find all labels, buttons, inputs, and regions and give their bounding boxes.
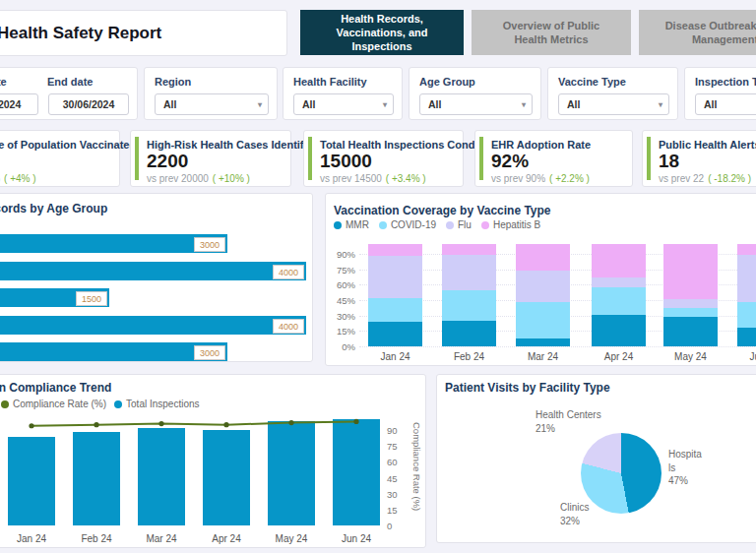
stacked-bar-segment[interactable]	[663, 308, 718, 316]
legend-dot-icon	[334, 221, 342, 229]
start-date-label: Start date	[0, 76, 7, 88]
vaccination-chart-card: Vaccination Coverage by Vaccine Type MMR…	[325, 193, 756, 366]
kpi-value: 2200	[147, 151, 188, 172]
kpi-title: High-Risk Health Cases Identified	[147, 139, 319, 151]
y-axis-tick: 90%	[326, 249, 355, 260]
kpi-card-2: High-Risk Health Cases Identified2200vs …	[130, 130, 291, 187]
kpi-prev-value: vs prev 90%	[491, 173, 545, 184]
pie-slice-pct: 32%	[560, 515, 619, 528]
legend-item[interactable]: MMR	[334, 219, 369, 230]
region-label: Region	[155, 76, 191, 88]
region-select[interactable]: All▾	[155, 93, 269, 115]
stacked-bar-segment[interactable]	[737, 302, 756, 328]
kpi-title: Public Health Alerts Issued	[659, 139, 756, 151]
kpi-card-5: Public Health Alerts Issued18vs prev 22(…	[642, 130, 756, 187]
inspections-bar[interactable]	[138, 428, 185, 525]
x-axis-label: Jun 24	[327, 533, 386, 544]
legend-item[interactable]: Hepatitis B	[481, 219, 540, 230]
stacked-bar-segment[interactable]	[737, 244, 756, 255]
pie-slice-label: Hospitals47%	[668, 448, 704, 488]
stacked-bar-segment[interactable]	[368, 298, 422, 322]
chevron-down-icon: ▾	[659, 100, 662, 109]
kpi-accent-bar	[135, 137, 139, 180]
chevron-down-icon: ▾	[383, 100, 387, 109]
legend-item[interactable]: Flu	[446, 219, 472, 230]
stacked-bar-segment[interactable]	[516, 271, 570, 302]
patient-visits-chart-title: Patient Visits by Facility Type	[445, 381, 610, 395]
age-group-select[interactable]: All▾	[419, 93, 533, 115]
stacked-bar-segment[interactable]	[442, 244, 496, 255]
age-group-bar[interactable]	[0, 262, 306, 280]
legend-dot-icon	[114, 400, 122, 408]
stacked-bar-segment[interactable]	[516, 338, 570, 346]
bar-value-label: 1500	[76, 291, 107, 306]
stacked-bar-segment[interactable]	[442, 290, 496, 321]
stacked-bar-segment[interactable]	[592, 244, 646, 277]
stacked-bar-segment[interactable]	[592, 277, 646, 287]
right-axis-title: Compliance Rate (%)	[411, 422, 422, 540]
patient-visits-chart-card: Patient Visits by Facility Type Hospital…	[436, 374, 756, 543]
stacked-bar-segment[interactable]	[368, 322, 422, 346]
tab-3[interactable]: Disease Outbreaks and Management	[639, 10, 756, 55]
inspection-type-select[interactable]: All▾	[695, 93, 756, 115]
kpi-prev-value: vs prev 20000	[147, 173, 209, 184]
vaccine-type-select[interactable]: All▾	[558, 93, 669, 115]
stacked-bar-segment[interactable]	[516, 302, 570, 338]
kpi-subline: vs prev 20000( +10% )	[147, 173, 250, 184]
stacked-bar-segment[interactable]	[592, 287, 646, 314]
compliance-legend: Compliance Rate (%)Total Inspections	[1, 399, 200, 409]
bar-value-label: 3000	[194, 345, 225, 360]
start-date-input[interactable]: 01/01/2024	[0, 93, 38, 115]
inspections-bar[interactable]	[8, 437, 55, 525]
y-axis-tick: 45%	[326, 295, 355, 306]
kpi-title: Percentage of Population Vaccinated	[0, 139, 136, 151]
x-axis-label: Feb 24	[440, 351, 499, 362]
x-axis-label: Apr 24	[197, 533, 256, 544]
inspections-bar[interactable]	[268, 421, 315, 525]
chevron-down-icon: ▾	[522, 100, 526, 109]
pie-slice-pct: 21%	[536, 422, 618, 436]
age-group-label: Age Group	[419, 76, 475, 88]
x-axis-label: May 24	[262, 533, 321, 544]
kpi-change-value: ( +4% )	[4, 173, 36, 184]
kpi-card-4: EHR Adoption Rate92%vs prev 90%( +2.2% )	[474, 130, 633, 187]
kpi-card-1: Percentage of Population Vaccinated78%vs…	[0, 130, 120, 187]
health-facility-select[interactable]: All▾	[293, 93, 394, 115]
stacked-bar-segment[interactable]	[592, 315, 646, 346]
x-axis-label: Mar 24	[132, 533, 191, 544]
kpi-accent-bar	[479, 137, 483, 180]
end-date-label: End date	[47, 76, 93, 88]
x-axis-label: Jun 24	[735, 351, 756, 362]
stacked-bar-segment[interactable]	[663, 317, 718, 346]
kpi-card-3: Total Health Inspections Conducted15000v…	[303, 130, 464, 187]
dashboard: Health Safety Report Health Records, Vac…	[0, 0, 756, 553]
legend-item[interactable]: COVID-19	[379, 219, 436, 230]
stacked-bar-segment[interactable]	[368, 244, 422, 257]
stacked-bar-segment[interactable]	[368, 256, 422, 298]
stacked-bar-segment[interactable]	[737, 328, 756, 346]
stacked-bar-segment[interactable]	[663, 299, 718, 308]
stacked-bar-segment[interactable]	[442, 321, 496, 346]
bar-value-label: 3000	[194, 237, 225, 252]
age-group-bar[interactable]	[0, 316, 306, 335]
end-date-input[interactable]: 30/06/2024	[48, 93, 129, 115]
inspections-bar[interactable]	[73, 432, 120, 525]
tab-2[interactable]: Overview of Public Health Metrics	[472, 10, 631, 55]
legend-item[interactable]: Total Inspections	[114, 399, 200, 409]
x-axis-label: Jan 24	[366, 351, 425, 362]
inspections-bar[interactable]	[333, 419, 380, 525]
stacked-bar-segment[interactable]	[442, 255, 496, 290]
compliance-chart-card: Inspection Compliance Trend Compliance R…	[0, 374, 426, 548]
stacked-bar-segment[interactable]	[663, 244, 718, 299]
stacked-bar-segment[interactable]	[516, 244, 570, 271]
tab-1[interactable]: Health Records, Vaccinations, and Inspec…	[300, 10, 464, 55]
x-axis-label: Apr 24	[590, 351, 649, 362]
stacked-bar-segment[interactable]	[737, 255, 756, 302]
age-group-chart-card: Health Records by Age Group 300040001500…	[0, 193, 313, 362]
page-title: Health Safety Report	[0, 24, 161, 43]
y-axis-tick: 0%	[326, 341, 355, 352]
inspections-bar[interactable]	[203, 430, 250, 525]
vaccination-chart-title: Vaccination Coverage by Vaccine Type	[334, 204, 551, 217]
legend-item[interactable]: Compliance Rate (%)	[1, 399, 106, 409]
bar-value-label: 4000	[273, 319, 304, 334]
